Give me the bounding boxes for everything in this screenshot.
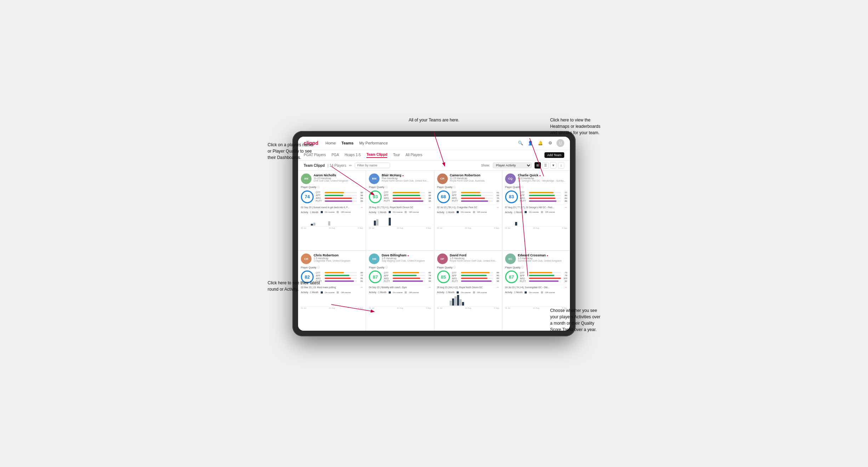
player-avatar[interactable]: BM (369, 173, 379, 184)
legend-on-label: On course (461, 291, 471, 294)
nav-home[interactable]: Home (325, 141, 336, 145)
activity-bar-empty (520, 225, 522, 226)
quality-section[interactable]: 74 OTT 60 APP 58 ARG (301, 190, 363, 203)
player-avatar[interactable]: AN (301, 173, 312, 184)
legend-on-dot (525, 211, 527, 213)
profile-icon[interactable]: 👤 (527, 139, 534, 147)
player-name[interactable]: Charlie Quick ● (518, 173, 567, 177)
legend-off-label: Off course (341, 291, 351, 294)
tab-hcaps[interactable]: Hcaps 1-5 (345, 153, 361, 158)
filter-icon[interactable]: ▼ (550, 162, 556, 169)
filter-input[interactable] (355, 163, 390, 168)
last-round-arrow[interactable]: → (360, 206, 363, 209)
quality-section[interactable]: 83 OTT 77 APP 80 ARG (505, 190, 567, 203)
last-round-arrow[interactable]: → (496, 286, 499, 289)
player-name[interactable]: Dave Billingham ● (382, 254, 431, 257)
last-round-arrow[interactable]: → (428, 206, 431, 209)
stat-name: OTT (452, 191, 460, 194)
stat-bar-bg (529, 278, 561, 279)
activity-bar-empty (447, 225, 449, 226)
player-name[interactable]: Cameron Robertson (450, 173, 499, 177)
chart-dates: 31 Jul 21 Aug 4 Sep (369, 227, 431, 229)
stat-value: 83 (494, 277, 499, 279)
stat-bar-bg (461, 195, 493, 196)
sort-icon[interactable]: ↕ (558, 162, 564, 169)
nav-teams[interactable]: Teams (342, 141, 354, 145)
legend-on-label: On course (325, 291, 335, 294)
activity-bar-empty (394, 225, 396, 226)
player-handicap: 1-5 Handicap (382, 257, 431, 260)
player-avatar[interactable]: CR (301, 254, 312, 264)
player-avatar[interactable]: EC (505, 254, 516, 264)
player-avatar[interactable]: CQ (505, 173, 516, 184)
table-view-icon[interactable]: ☰ (542, 162, 549, 169)
quality-section[interactable]: 85 OTT 89 APP 80 ARG (437, 270, 499, 283)
last-round-arrow[interactable]: → (428, 286, 431, 289)
date-mid: 21 Aug (329, 227, 335, 229)
player-avatar[interactable]: DF (437, 254, 448, 264)
player-card[interactable]: DB Dave Billingham ● 1-5 Handicap Sag Ma… (366, 251, 434, 331)
score-circle[interactable]: 83 (505, 190, 518, 203)
tab-team-clippd[interactable]: Team Clippd (366, 153, 387, 158)
tab-all-players[interactable]: All Players (406, 153, 422, 158)
show-select[interactable]: Player Activity Quality Score Trend (493, 163, 532, 168)
last-round[interactable]: 07 Aug 23 | 77 (+7), St George's Hill GC… (505, 205, 567, 209)
last-round[interactable]: 26 Aug 23 | 84 (+12), Royal North Devon … (437, 285, 499, 289)
tab-pga[interactable]: PGA (331, 153, 339, 158)
stat-bar (325, 272, 344, 273)
search-icon[interactable]: 🔍 (517, 139, 524, 147)
legend-off-dot (337, 291, 339, 294)
stat-bar-bg (325, 195, 357, 196)
player-name[interactable]: Aaron Nicholls (314, 173, 363, 177)
grid-view-icon[interactable]: ⊞ (535, 162, 541, 169)
last-round-arrow[interactable]: → (564, 286, 567, 289)
quality-section[interactable]: 87 OTT 82 APP 74 ARG (369, 270, 431, 283)
sub-nav: PGAT Players PGA Hcaps 1-5 Team Clippd T… (298, 150, 570, 161)
last-round[interactable]: 26 Aug 23 | 73 (+1), Royal North Devon G… (369, 205, 431, 209)
stat-value: 103 (562, 277, 567, 279)
tab-tour[interactable]: Tour (393, 153, 400, 158)
nav-my-performance[interactable]: My Performance (359, 141, 388, 145)
score-circle[interactable]: 68 (437, 190, 450, 203)
edit-icon[interactable]: ✏ (349, 164, 352, 167)
player-name[interactable]: Chris Robertson (314, 254, 363, 257)
quality-section[interactable]: 68 OTT 61 APP 63 ARG (437, 190, 499, 203)
last-round-arrow[interactable]: → (564, 206, 567, 209)
settings-icon[interactable]: ⚙ (547, 139, 554, 147)
stat-value: 81 (358, 277, 363, 279)
player-name[interactable]: Edward Crossman ● (518, 254, 567, 257)
score-circle[interactable]: 87 (369, 270, 382, 283)
score-circle[interactable]: 74 (301, 190, 314, 203)
quality-section[interactable]: 87 OTT 73 APP 79 ARG (505, 270, 567, 283)
player-card[interactable]: AN Aaron Nicholls 11-15 Handicap Drift G… (298, 171, 366, 251)
score-circle[interactable]: 93 (369, 190, 382, 203)
score-circle[interactable]: 87 (505, 270, 518, 283)
player-name[interactable]: David Ford (450, 254, 499, 257)
player-card[interactable]: BM Blair McHarg ● Plus Handicap Royal No… (366, 171, 434, 251)
last-round-arrow[interactable]: → (360, 286, 363, 289)
add-team-button[interactable]: Add Team (544, 152, 564, 158)
player-name[interactable]: Blair McHarg ● (382, 173, 431, 177)
score-circle[interactable]: 85 (437, 270, 450, 283)
last-round[interactable]: 02 Sep 23 | Sunset round to get back int… (301, 205, 363, 209)
player-avatar[interactable]: CR (437, 173, 448, 184)
avatar[interactable]: U (556, 139, 564, 147)
player-handicap: 6-10 Handicap (518, 177, 567, 180)
player-avatar[interactable]: DB (369, 254, 379, 264)
chart-dates: 31 Jul 21 Aug 4 Sep (369, 307, 431, 309)
last-round[interactable]: 04 Sep 23 | Mobility with coach, Gym → (369, 285, 431, 289)
last-round-arrow[interactable]: → (496, 206, 499, 209)
player-card[interactable]: CQ Charlie Quick ● 6-10 Handicap St. Geo… (502, 171, 570, 251)
player-card[interactable]: DF David Ford 1-5 Handicap Royal North D… (434, 251, 502, 331)
last-round[interactable]: 18 Jul 23 | 74 (+4), Sunningdale GC - Ol… (505, 285, 567, 289)
last-round-text: 26 Aug 23 | 73 (+1), Royal North Devon G… (369, 206, 413, 209)
stat-bar (393, 200, 423, 202)
notification-icon[interactable]: 🔔 (537, 139, 544, 147)
last-round-text: 18 Jul 23 | 74 (+4), Sunningdale GC - Ol… (505, 286, 549, 289)
quality-section[interactable]: 93 OTT 84 APP 85 ARG (369, 190, 431, 203)
last-round[interactable]: 02 Jul 23 | 59 (+1), Craigmillar Park GC… (437, 205, 499, 209)
stat-name: PUTT (316, 200, 324, 202)
player-card[interactable]: CR Cameron Robertson 11-15 Handicap Roya… (434, 171, 502, 251)
activity-bar-empty (440, 225, 442, 226)
stat-row: ARG 75 (452, 197, 499, 199)
